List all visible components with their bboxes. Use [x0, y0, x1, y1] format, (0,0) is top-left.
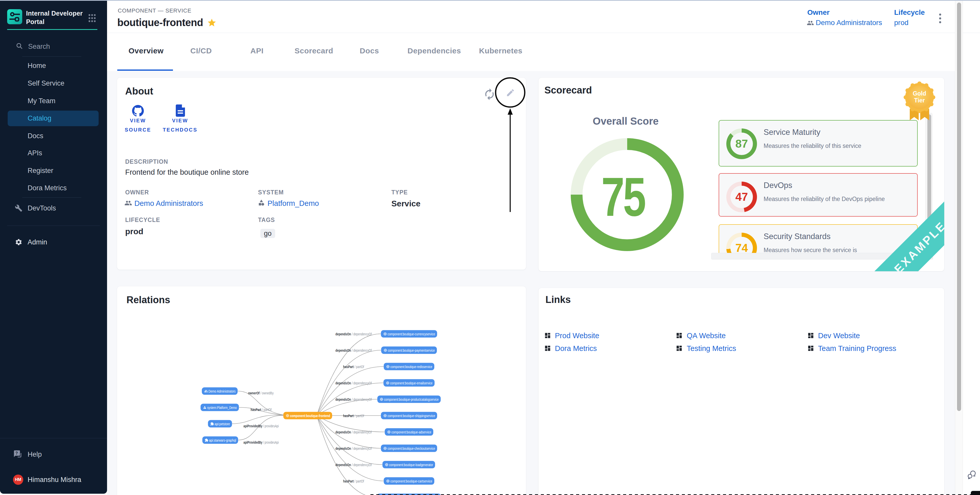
svg-text:api:starwars-graphql: api:starwars-graphql [209, 438, 236, 442]
svg-text:component:boutique-currencyser: component:boutique-currencyservice [388, 332, 435, 336]
svg-text:dependsOn / dependencyOf: dependsOn / dependencyOf [336, 332, 372, 336]
svg-text:hasPart / partOf: hasPart / partOf [343, 365, 364, 369]
svg-text:dependsOn / dependencyOf: dependsOn / dependencyOf [336, 381, 372, 385]
svg-text:hasPart / partOf: hasPart / partOf [343, 479, 364, 483]
svg-text:api:petstore: api:petstore [215, 422, 230, 426]
svg-text:component:boutique-emailservic: component:boutique-emailservice [390, 381, 433, 385]
svg-text:component:boutique-paymentserv: component:boutique-paymentservice [388, 348, 435, 352]
svg-text:component:boutique-loadgenerat: component:boutique-loadgenerator [389, 463, 433, 467]
svg-text:apiProvidedBy / providesApi: apiProvidedBy / providesApi [243, 424, 279, 428]
svg-text:Gold: Gold [913, 90, 926, 97]
svg-text:component:boutique-adservice: component:boutique-adservice [391, 430, 431, 434]
svg-text:ownerOf / ownedBy: ownerOf / ownedBy [248, 391, 274, 395]
svg-text:component:boutique-productcata: component:boutique-productcatalogservice [384, 397, 439, 401]
svg-text:?: ? [15, 451, 18, 455]
svg-text:component:boutique-checkoutser: component:boutique-checkoutservice [388, 446, 435, 450]
svg-text:component:boutique-frontend: component:boutique-frontend [290, 414, 330, 418]
svg-text:Demo Administrators: Demo Administrators [208, 389, 235, 393]
svg-text:system:Platform_Demo: system:Platform_Demo [207, 405, 237, 410]
svg-text:component:boutique-redisservic: component:boutique-redisservice [390, 364, 432, 369]
svg-text:component:boutique-cartservice: component:boutique-cartservice [390, 479, 432, 483]
svg-text:component:boutique-shippingser: component:boutique-shippingservice [388, 414, 435, 418]
svg-text:dependsOn / dependencyOf: dependsOn / dependencyOf [336, 446, 372, 450]
svg-text:apiProvidedBy / providesApi: apiProvidedBy / providesApi [243, 440, 279, 444]
svg-text:dependsOn / dependencyOf: dependsOn / dependencyOf [336, 463, 372, 467]
svg-text:dependsOn / dependencyOf: dependsOn / dependencyOf [336, 430, 372, 434]
svg-text:hasPart / partOf: hasPart / partOf [251, 407, 272, 412]
svg-text:hasPart / partOf: hasPart / partOf [343, 414, 364, 418]
svg-text:Tier: Tier [914, 97, 925, 104]
svg-text:dependsOn / dependencyOf: dependsOn / dependencyOf [336, 349, 372, 352]
svg-text:dependsOn / dependencyOf: dependsOn / dependencyOf [336, 398, 372, 401]
